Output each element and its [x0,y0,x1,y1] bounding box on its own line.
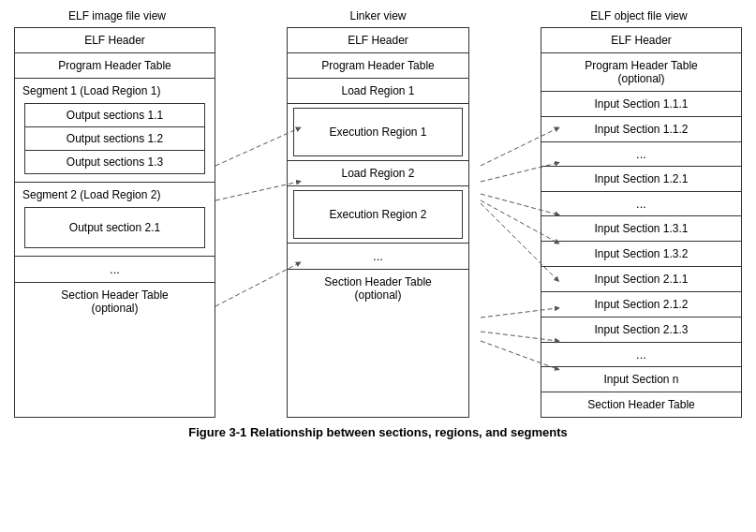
left-column: ELF Header Program Header Table Segment … [14,27,215,418]
right-footer: Section Header Table [541,392,741,417]
right-input-2-1-1: Input Section 2.1.1 [541,267,741,292]
right-input-n: Input Section n [541,367,741,392]
left-segment1: Segment 1 (Load Region 1) Output section… [15,79,215,183]
left-program-header-table: Program Header Table [15,53,215,79]
mid-program-header-table: Program Header Table [288,53,468,79]
segment2-label: Segment 2 (Load Region 2) [19,186,211,205]
mid-dots: ... [288,244,468,270]
mid-load-region-1: Load Region 1 [288,79,468,104]
left-output-1-3: Output sections 1.3 [25,151,204,173]
main-layout: ELF Header Program Header Table Segment … [5,27,751,418]
mid-exec-region-2: Execution Region 2 [293,190,463,239]
segment1-inner: Output sections 1.1 Output sections 1.2 … [24,103,205,174]
mid-footer: Section Header Table (optional) [288,270,468,307]
right-elf-header: ELF Header [541,28,741,53]
right-input-1-1-2: Input Section 1.1.2 [541,117,741,142]
diagram-container: ELF image file view Linker view ELF obje… [0,0,756,444]
left-output-1-2: Output sections 1.2 [25,127,204,151]
right-program-header-table: Program Header Table (optional) [541,53,741,92]
mid-load-region-2: Load Region 2 [288,161,468,186]
right-input-2-1-2: Input Section 2.1.2 [541,292,741,318]
right-col-title: ELF object file view [536,9,742,22]
mid-col-title: Linker view [285,9,472,22]
left-footer: Section Header Table (optional) [15,283,215,320]
right-input-1-3-1: Input Section 1.3.1 [541,216,741,242]
segment2-inner: Output section 2.1 [24,207,205,248]
figure-caption: Figure 3-1 Relationship between sections… [5,425,751,439]
left-segment2: Segment 2 (Load Region 2) Output section… [15,183,215,257]
left-output-1-1: Output sections 1.1 [25,104,204,127]
mid-elf-header: ELF Header [288,28,468,53]
mid-exec-region-1-outer: Execution Region 1 [288,104,468,161]
mid-column: ELF Header Program Header Table Load Reg… [287,27,469,418]
right-dots-b: ... [541,192,741,216]
left-elf-header: ELF Header [15,28,215,53]
segment1-label: Segment 1 (Load Region 1) [19,82,211,101]
right-input-1-1-1: Input Section 1.1.1 [541,92,741,117]
mid-exec-region-2-outer: Execution Region 2 [288,186,468,244]
right-input-1-3-2: Input Section 1.3.2 [541,242,741,267]
right-dots-c: ... [541,343,741,367]
column-titles: ELF image file view Linker view ELF obje… [5,9,751,22]
right-input-1-2-1: Input Section 1.2.1 [541,167,741,192]
right-dots-a: ... [541,142,741,167]
mid-exec-region-1: Execution Region 1 [293,108,463,156]
left-output-2-1: Output section 2.1 [25,208,204,247]
left-dots: ... [15,257,215,283]
left-col-title: ELF image file view [14,9,220,22]
right-column: ELF Header Program Header Table (optiona… [541,27,742,418]
right-input-2-1-3: Input Section 2.1.3 [541,318,741,343]
